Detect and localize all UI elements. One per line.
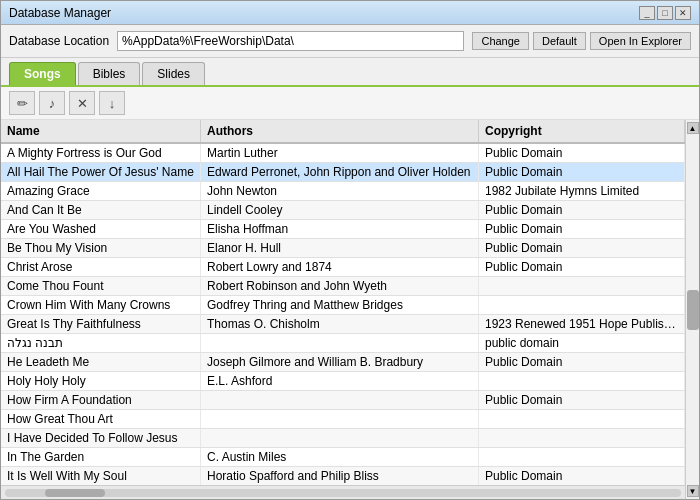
cell-name: Be Thou My Vision (1, 239, 201, 257)
import-button[interactable]: ↓ (99, 91, 125, 115)
column-header-authors: Authors (201, 120, 479, 142)
db-location-bar: Database Location Change Default Open In… (1, 25, 699, 58)
close-button[interactable]: ✕ (675, 6, 691, 20)
cell-authors (201, 429, 479, 447)
cell-authors: Edward Perronet, John Rippon and Oliver … (201, 163, 479, 181)
table-row[interactable]: In The GardenC. Austin Miles (1, 448, 685, 467)
table-row[interactable]: A Mighty Fortress is Our GodMartin Luthe… (1, 144, 685, 163)
cell-name: Great Is Thy Faithfulness (1, 315, 201, 333)
cell-authors: E.L. Ashford (201, 372, 479, 390)
maximize-button[interactable]: □ (657, 6, 673, 20)
table-row[interactable]: Be Thou My VisionElanor H. HullPublic Do… (1, 239, 685, 258)
table-row[interactable]: Holy Holy HolyE.L. Ashford (1, 372, 685, 391)
delete-button[interactable]: ✕ (69, 91, 95, 115)
tabs-bar: Songs Bibles Slides (1, 58, 699, 87)
cell-copyright: Public Domain (479, 201, 685, 219)
minimize-button[interactable]: _ (639, 6, 655, 20)
table-row[interactable]: Crown Him With Many CrownsGodfrey Thring… (1, 296, 685, 315)
cell-name: תבנה נגלה (1, 334, 201, 352)
toolbar: ✏ ♪ ✕ ↓ (1, 87, 699, 120)
scroll-up-button[interactable]: ▲ (687, 122, 699, 134)
cell-copyright: public domain (479, 334, 685, 352)
cell-name: He Leadeth Me (1, 353, 201, 371)
cell-authors: Robert Robinson and John Wyeth (201, 277, 479, 295)
cell-copyright: Public Domain (479, 467, 685, 485)
cell-authors: Joseph Gilmore and William B. Bradbury (201, 353, 479, 371)
table-row[interactable]: Amazing GraceJohn Newton1982 Jubilate Hy… (1, 182, 685, 201)
scroll-down-button[interactable]: ▼ (687, 485, 699, 497)
table-row[interactable]: How Firm A FoundationPublic Domain (1, 391, 685, 410)
h-scroll-track[interactable] (5, 489, 681, 497)
cell-name: Come Thou Fount (1, 277, 201, 295)
tab-bibles[interactable]: Bibles (78, 62, 141, 85)
add-song-button[interactable]: ♪ (39, 91, 65, 115)
cell-name: How Great Thou Art (1, 410, 201, 428)
cell-authors: John Newton (201, 182, 479, 200)
open-in-explorer-button[interactable]: Open In Explorer (590, 32, 691, 50)
table-row[interactable]: He Leadeth MeJoseph Gilmore and William … (1, 353, 685, 372)
database-manager-window: Database Manager _ □ ✕ Database Location… (0, 0, 700, 500)
cell-copyright (479, 448, 685, 466)
cell-authors (201, 334, 479, 352)
table-main: Name Authors Copyright A Mighty Fortress… (1, 120, 685, 499)
cell-copyright: Public Domain (479, 239, 685, 257)
table-row[interactable]: Great Is Thy FaithfulnessThomas O. Chish… (1, 315, 685, 334)
table-row[interactable]: And Can It BeLindell CooleyPublic Domain (1, 201, 685, 220)
table-row[interactable]: Come Thou FountRobert Robinson and John … (1, 277, 685, 296)
vertical-scrollbar[interactable]: ▲ ▼ (685, 120, 699, 499)
cell-authors: Elisha Hoffman (201, 220, 479, 238)
table-scroll-wrapper: Name Authors Copyright A Mighty Fortress… (1, 120, 699, 499)
table-row[interactable]: All Hail The Power Of Jesus' NameEdward … (1, 163, 685, 182)
cell-name: It Is Well With My Soul (1, 467, 201, 485)
table-row[interactable]: I Have Decided To Follow Jesus (1, 429, 685, 448)
cell-copyright: Public Domain (479, 258, 685, 276)
cell-name: Christ Arose (1, 258, 201, 276)
cell-copyright (479, 410, 685, 428)
db-location-label: Database Location (9, 34, 109, 48)
cell-name: I Have Decided To Follow Jesus (1, 429, 201, 447)
cell-copyright: Public Domain (479, 220, 685, 238)
tab-slides[interactable]: Slides (142, 62, 205, 85)
default-button[interactable]: Default (533, 32, 586, 50)
db-location-path[interactable] (117, 31, 464, 51)
cell-name: Holy Holy Holy (1, 372, 201, 390)
title-bar: Database Manager _ □ ✕ (1, 1, 699, 25)
cell-authors: Lindell Cooley (201, 201, 479, 219)
column-header-name: Name (1, 120, 201, 142)
cell-name: All Hail The Power Of Jesus' Name (1, 163, 201, 181)
window-controls: _ □ ✕ (639, 6, 691, 20)
cell-name: How Firm A Foundation (1, 391, 201, 409)
table-row[interactable]: How Great Thou Art (1, 410, 685, 429)
change-button[interactable]: Change (472, 32, 529, 50)
table-row[interactable]: Are You WashedElisha HoffmanPublic Domai… (1, 220, 685, 239)
cell-authors: C. Austin Miles (201, 448, 479, 466)
cell-authors: Godfrey Thring and Matthew Bridges (201, 296, 479, 314)
cell-copyright: Public Domain (479, 391, 685, 409)
cell-copyright: Public Domain (479, 144, 685, 162)
table-row[interactable]: תבנה נגלהpublic domain (1, 334, 685, 353)
cell-authors: Elanor H. Hull (201, 239, 479, 257)
cell-authors: Martin Luther (201, 144, 479, 162)
cell-name: In The Garden (1, 448, 201, 466)
scroll-thumb[interactable] (687, 290, 699, 330)
cell-authors: Horatio Spafford and Philip Bliss (201, 467, 479, 485)
h-scroll-thumb[interactable] (45, 489, 105, 497)
table-row[interactable]: Christ AroseRobert Lowry and 1874Public … (1, 258, 685, 277)
cell-authors: Thomas O. Chisholm (201, 315, 479, 333)
cell-name: And Can It Be (1, 201, 201, 219)
song-table-container: Name Authors Copyright A Mighty Fortress… (1, 120, 699, 499)
table-header: Name Authors Copyright (1, 120, 685, 144)
horizontal-scrollbar[interactable] (1, 485, 685, 499)
table-row[interactable]: It Is Well With My SoulHoratio Spafford … (1, 467, 685, 485)
column-header-copyright: Copyright (479, 120, 685, 142)
cell-copyright: Public Domain (479, 163, 685, 181)
tab-songs[interactable]: Songs (9, 62, 76, 85)
cell-name: A Mighty Fortress is Our God (1, 144, 201, 162)
edit-button[interactable]: ✏ (9, 91, 35, 115)
cell-copyright (479, 277, 685, 295)
cell-copyright: 1982 Jubilate Hymns Limited (479, 182, 685, 200)
window-title: Database Manager (9, 6, 111, 20)
cell-copyright (479, 372, 685, 390)
cell-name: Crown Him With Many Crowns (1, 296, 201, 314)
cell-name: Are You Washed (1, 220, 201, 238)
